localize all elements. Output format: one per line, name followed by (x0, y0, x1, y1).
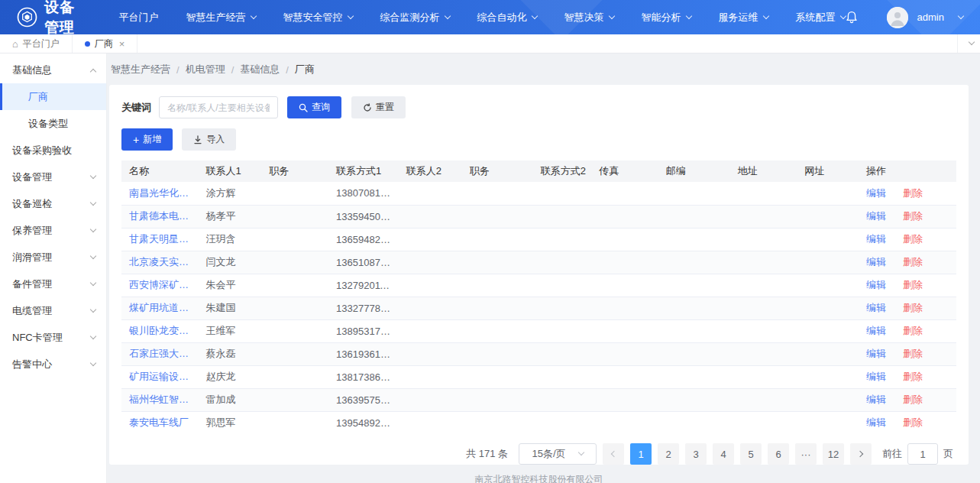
cell: 13279201190 (328, 274, 399, 297)
breadcrumb-item[interactable]: 机电管理 (186, 63, 225, 76)
sidebar-item-基础信息[interactable]: 基础信息 (0, 57, 106, 83)
tab-平台门户[interactable]: ⌂平台门户 (0, 34, 73, 53)
edit-link[interactable]: 编辑 (866, 325, 886, 336)
sidebar-item-设备巡检[interactable]: 设备巡检 (0, 190, 106, 217)
nav-item[interactable]: 综合监测分析 (380, 11, 450, 24)
vendor-name-link[interactable]: 矿用运输设备供应商 (121, 365, 199, 388)
notification-bell-icon[interactable] (846, 11, 858, 24)
delete-link[interactable]: 删除 (903, 279, 923, 290)
search-icon (299, 103, 308, 112)
sidebar-item-润滑管理[interactable]: 润滑管理 (0, 244, 106, 271)
active-tab-dot-icon (85, 41, 90, 47)
cell (658, 297, 730, 319)
avatar[interactable] (887, 7, 908, 28)
top-navbar: 机电设备管理平台 平台门户智慧生产经营智慧安全管控综合监测分析综合自动化智慧决策… (0, 0, 980, 34)
vendor-name-link[interactable]: 银川卧龙变压器有… (121, 319, 199, 342)
page-button-3[interactable]: 3 (685, 443, 707, 465)
edit-link[interactable]: 编辑 (866, 417, 886, 428)
cell (533, 388, 592, 411)
page-button-6[interactable]: 6 (768, 443, 789, 465)
page-button-5[interactable]: 5 (740, 443, 762, 465)
edit-link[interactable]: 编辑 (866, 302, 886, 313)
page-button-2[interactable]: 2 (658, 443, 679, 465)
edit-link[interactable]: 编辑 (866, 371, 886, 382)
sidebar-item-电缆管理[interactable]: 电缆管理 (0, 297, 106, 324)
vendor-name-link[interactable]: 福州华虹智能科技… (121, 388, 199, 411)
nav-item-label: 智能分析 (642, 11, 681, 24)
cell (462, 274, 533, 297)
plus-icon: + (133, 135, 139, 145)
nav-item[interactable]: 智能分析 (642, 11, 691, 24)
tab-list-chevron-icon[interactable] (957, 34, 980, 53)
sidebar-item-保养管理[interactable]: 保养管理 (0, 217, 106, 244)
username[interactable]: admin (917, 11, 944, 23)
page-size-select[interactable]: 15条/页 (519, 443, 597, 465)
page-button-1[interactable]: 1 (630, 443, 652, 465)
vendor-name-link[interactable]: 北京凌天实际自动… (121, 251, 199, 274)
nav-item[interactable]: 综合自动化 (477, 11, 537, 24)
sidebar-subitem-设备类型[interactable]: 设备类型 (0, 110, 106, 137)
next-page-button[interactable] (850, 443, 872, 465)
edit-link[interactable]: 编辑 (866, 210, 886, 222)
page-button-4[interactable]: 4 (713, 443, 734, 465)
cell (462, 205, 533, 228)
edit-link[interactable]: 编辑 (866, 348, 886, 359)
vendor-name-link[interactable]: 甘肃德本电子科技… (121, 205, 199, 228)
row-actions: 编辑删除 (859, 297, 956, 319)
vendor-name-link[interactable]: 西安博深矿用设备… (121, 274, 199, 297)
delete-link[interactable]: 删除 (903, 371, 923, 382)
sidebar-item-NFC卡管理[interactable]: NFC卡管理 (0, 324, 106, 351)
nav-item[interactable]: 系统配置 (796, 11, 846, 24)
reset-button[interactable]: 重置 (351, 96, 406, 118)
breadcrumb-item[interactable]: 基础信息 (240, 63, 280, 76)
sidebar-subitem-厂商[interactable]: 厂商 (0, 83, 106, 110)
goto-page-input[interactable] (907, 443, 938, 465)
search-button[interactable]: 查询 (287, 96, 341, 118)
edit-link[interactable]: 编辑 (866, 233, 886, 245)
delete-link[interactable]: 删除 (903, 233, 923, 245)
edit-link[interactable]: 编辑 (866, 256, 886, 267)
vendor-name-link[interactable]: 南昌光华化验设备厂 (121, 182, 199, 205)
vendor-name-link[interactable]: 石家庄强大泵业集… (121, 342, 199, 365)
sidebar-subitem-label: 厂商 (28, 90, 48, 104)
nav-item[interactable]: 智慧生产经营 (186, 11, 256, 24)
nav-item[interactable]: 智慧安全管控 (283, 11, 353, 24)
delete-link[interactable]: 删除 (903, 256, 923, 267)
delete-link[interactable]: 删除 (903, 348, 923, 359)
delete-link[interactable]: 删除 (903, 187, 923, 199)
nav-item[interactable]: 智慧决策 (564, 11, 614, 24)
page-button-12[interactable]: 12 (823, 443, 844, 465)
cell (730, 251, 797, 274)
delete-link[interactable]: 删除 (903, 210, 923, 222)
user-menu-chevron-icon[interactable] (958, 12, 964, 18)
delete-link[interactable]: 删除 (903, 302, 923, 313)
sidebar-item-备件管理[interactable]: 备件管理 (0, 271, 106, 297)
vendor-name-link[interactable]: 甘肃天明星环保有… (121, 228, 199, 251)
tab-厂商[interactable]: 厂商× (73, 34, 138, 53)
cell (591, 251, 658, 274)
sidebar-item-告警中心[interactable]: 告警中心 (0, 351, 106, 378)
tab-close-icon[interactable]: × (119, 39, 125, 49)
chevron-down-icon (90, 279, 96, 285)
vendor-name-link[interactable]: 煤矿用坑道钻机系… (121, 297, 199, 319)
add-button[interactable]: + 新增 (121, 128, 173, 151)
edit-link[interactable]: 编辑 (866, 279, 886, 290)
app-title: 机电设备管理平台 (44, 0, 87, 34)
delete-link[interactable]: 删除 (903, 417, 923, 428)
prev-page-button[interactable] (603, 443, 624, 465)
search-button-label: 查询 (312, 101, 330, 114)
breadcrumb-item[interactable]: 智慧生产经营 (111, 63, 170, 76)
sidebar-item-设备管理[interactable]: 设备管理 (0, 164, 106, 190)
vendor-name-link[interactable]: 泰安电车线厂 (121, 411, 199, 433)
edit-link[interactable]: 编辑 (866, 187, 886, 199)
edit-link[interactable]: 编辑 (866, 394, 886, 405)
nav-item[interactable]: 平台门户 (119, 11, 159, 24)
nav-item[interactable]: 服务运维 (719, 11, 768, 24)
keyword-input[interactable] (159, 96, 278, 118)
cell (262, 274, 328, 297)
delete-link[interactable]: 删除 (903, 394, 923, 405)
cell (591, 388, 658, 411)
sidebar-item-设备采购验收[interactable]: 设备采购验收 (0, 137, 106, 164)
import-button[interactable]: 导入 (182, 128, 236, 151)
delete-link[interactable]: 删除 (903, 325, 923, 336)
